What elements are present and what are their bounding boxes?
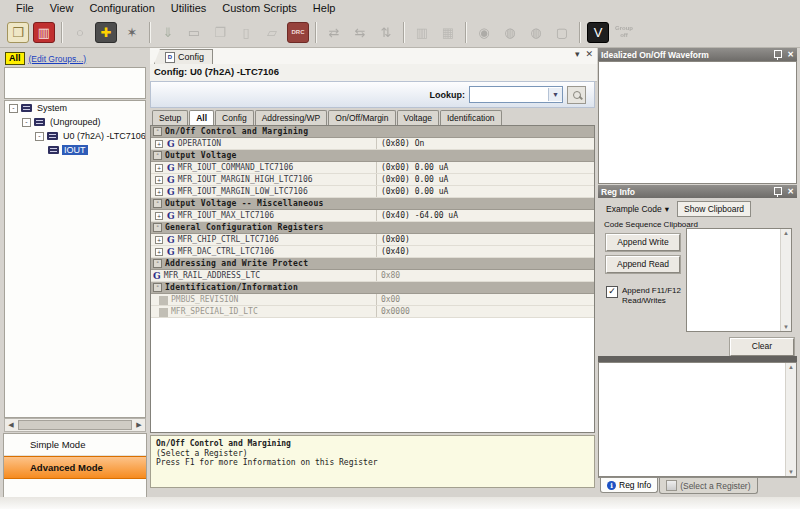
add-device-icon[interactable]: ✚ <box>95 22 117 43</box>
register-row-mfr-iout-margin-high-ltc7106[interactable]: +GMFR_IOUT_MARGIN_HIGH_LTC7106(0x00) 0.0… <box>151 174 594 186</box>
section-collapse-icon[interactable]: - <box>153 259 162 268</box>
register-row-mfr-iout-max-ltc7106[interactable]: +GMFR_IOUT_MAX_LTC7106(0x40) -64.00 uA <box>151 210 594 222</box>
expand-icon[interactable]: + <box>155 176 163 184</box>
tree-collapse-icon[interactable]: - <box>9 104 18 113</box>
tab-config[interactable]: Config <box>215 110 254 125</box>
append-write-button[interactable]: Append Write <box>606 234 680 251</box>
tab-all[interactable]: All <box>189 110 214 126</box>
tree-horizontal-scrollbar[interactable]: ◀ ▶ <box>4 418 146 432</box>
tree-item-ungrouped[interactable]: -(Ungrouped) <box>5 115 145 129</box>
tab-on-off-margin[interactable]: On/Off/Margin <box>328 110 395 125</box>
lookup-combobox[interactable]: ▼ <box>469 86 563 103</box>
telemetry-plot-2-icon[interactable]: ◍ <box>523 20 549 45</box>
expand-icon[interactable]: + <box>155 248 163 256</box>
verify-icon[interactable]: V <box>587 22 609 43</box>
dock-menu-icon[interactable]: ▾ <box>575 49 580 59</box>
section-header-identification-information[interactable]: -Identification/Information <box>151 282 594 294</box>
scroll-down-icon[interactable]: ▼ <box>788 469 794 475</box>
tab-identification[interactable]: Identification <box>440 110 502 125</box>
wizard-icon[interactable]: ✶ <box>119 20 145 45</box>
scroll-down-icon[interactable]: ▼ <box>783 324 789 330</box>
close-icon[interactable]: ✕ <box>585 49 593 59</box>
register-row-mfr-rail-address-ltc[interactable]: GMFR_RAIL_ADDRESS_LTC0x80 <box>151 270 594 282</box>
simple-mode-item[interactable]: Simple Mode <box>4 434 146 456</box>
tab-reg-info[interactable]: iReg Info <box>600 478 658 493</box>
pc-to-ram-icon[interactable]: ⇄ <box>321 20 347 45</box>
advanced-mode-item[interactable]: Advanced Mode <box>4 456 146 479</box>
section-header-output-voltage-miscellaneous[interactable]: -Output Voltage -- Miscellaneous <box>151 198 594 210</box>
tab-addressing-wp[interactable]: Addressing/WP <box>255 110 328 125</box>
section-collapse-icon[interactable]: - <box>153 283 162 292</box>
close-icon[interactable]: ✕ <box>787 50 794 59</box>
expand-icon[interactable]: + <box>155 164 163 172</box>
expand-icon[interactable]: + <box>155 236 163 244</box>
paste-icon[interactable]: ▱ <box>259 20 285 45</box>
register-row-pmbus-revision[interactable]: PMBUS_REVISION0x00 <box>151 294 594 306</box>
clipboard-scrollbar[interactable]: ▲▼ <box>780 229 791 331</box>
register-row-mfr-dac-ctrl-ltc7106[interactable]: +GMFR_DAC_CTRL_LTC7106(0x40) <box>151 246 594 258</box>
menu-utilities[interactable]: Utilities <box>163 1 214 16</box>
close-icon[interactable]: ✕ <box>787 187 794 196</box>
scope-icon[interactable]: ▥ <box>409 20 435 45</box>
open-file-icon[interactable]: ❒ <box>7 22 29 43</box>
example-code-dropdown[interactable]: Example Code ▾ <box>602 202 673 216</box>
menu-help[interactable]: Help <box>305 1 344 16</box>
go-icon[interactable]: ◉ <box>471 20 497 45</box>
clipboard-textarea[interactable]: ▲▼ <box>686 228 792 332</box>
tree-item-system[interactable]: -System <box>5 101 145 115</box>
ram-to-nvm-icon[interactable]: ⇅ <box>373 20 399 45</box>
tab-select-a-register[interactable]: (Select a Register) <box>659 478 757 494</box>
scroll-thumb[interactable] <box>18 420 132 430</box>
group-off-icon[interactable]: Group off <box>611 20 637 45</box>
section-collapse-icon[interactable]: - <box>153 151 162 160</box>
menu-custom-scripts[interactable]: Custom Scripts <box>214 1 305 16</box>
ram-to-pc-icon[interactable]: ⇆ <box>347 20 373 45</box>
append-f11-f12-checkbox[interactable]: ✓ <box>606 286 618 298</box>
section-collapse-icon[interactable]: - <box>153 223 162 232</box>
section-header-addressing-and-write-protect[interactable]: -Addressing and Write Protect <box>151 258 594 270</box>
tab-setup[interactable]: Setup <box>152 110 188 125</box>
scroll-left-icon[interactable]: ◀ <box>5 421 17 429</box>
chevron-down-icon[interactable]: ▼ <box>548 88 562 101</box>
telemetry-plot-icon[interactable]: ◍ <box>497 20 523 45</box>
all-filter-badge[interactable]: All <box>5 52 25 65</box>
lookup-search-button[interactable] <box>567 86 586 104</box>
section-header-on-off-control-and-margining[interactable]: -On/Off Control and Margining <box>151 126 594 138</box>
expand-icon[interactable]: + <box>155 140 163 148</box>
scroll-up-icon[interactable]: ▲ <box>783 230 789 236</box>
register-row-mfr-chip-ctrl-ltc7106[interactable]: +GMFR_CHIP_CTRL_LTC7106(0x00) <box>151 234 594 246</box>
register-row-operation[interactable]: +GOPERATION(0x80) On <box>151 138 594 150</box>
section-header-general-configuration-registers[interactable]: -General Configuration Registers <box>151 222 594 234</box>
tree-item-iout[interactable]: IOUT <box>5 143 145 157</box>
expand-icon[interactable]: + <box>155 212 163 220</box>
tree-item-u0-7h2a-ltc7106[interactable]: -U0 (7h2A) -LTC7106 <box>5 129 145 143</box>
clear-button[interactable]: Clear <box>730 338 794 356</box>
find-icon[interactable]: ○ <box>67 20 93 45</box>
register-row-mfr-iout-margin-low-ltc7106[interactable]: +GMFR_IOUT_MARGIN_LOW_LTC7106(0x00) 0.00… <box>151 186 594 198</box>
menu-file[interactable]: File <box>8 1 42 16</box>
scroll-right-icon[interactable]: ▶ <box>133 421 145 429</box>
edit-groups-link[interactable]: (Edit Groups...) <box>29 54 87 64</box>
pin-icon[interactable] <box>774 50 782 58</box>
detail-scrollbar[interactable]: ▲▼ <box>785 363 796 476</box>
tree-collapse-icon[interactable]: - <box>22 118 31 127</box>
save-icon[interactable]: ▥ <box>33 22 55 43</box>
scroll-up-icon[interactable]: ▲ <box>788 364 794 370</box>
tree-collapse-icon[interactable]: - <box>35 132 44 141</box>
fault-log-icon[interactable]: ▢ <box>549 20 575 45</box>
section-collapse-icon[interactable]: - <box>153 127 162 136</box>
config-document-tab[interactable]: D Config <box>154 49 213 64</box>
copy-icon[interactable]: ❐ <box>207 20 233 45</box>
tab-voltage[interactable]: Voltage <box>397 110 439 125</box>
section-header-output-voltage[interactable]: -Output Voltage <box>151 150 594 162</box>
expand-icon[interactable]: + <box>155 188 163 196</box>
drc-icon[interactable]: DRC <box>287 22 309 43</box>
menu-configuration[interactable]: Configuration <box>81 1 162 16</box>
clipboard-icon[interactable]: ▯ <box>233 20 259 45</box>
store-ram-icon[interactable]: ▭ <box>181 20 207 45</box>
dc-power-icon[interactable]: ▦ <box>435 20 461 45</box>
pin-icon[interactable] <box>774 187 782 195</box>
show-clipboard-button[interactable]: Show Clipboard <box>677 201 751 217</box>
append-read-button[interactable]: Append Read <box>606 256 680 273</box>
program-device-icon[interactable]: ⇓ <box>155 20 181 45</box>
